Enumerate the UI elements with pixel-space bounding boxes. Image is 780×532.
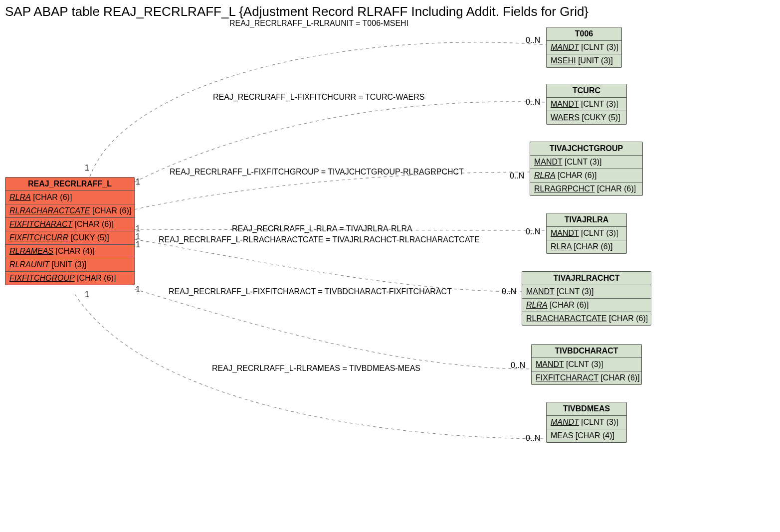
edge-label: REAJ_RECRLRAFF_L-RLRACHARACTCATE = TIVAJ… xyxy=(159,235,480,244)
edge-label: REAJ_RECRLRAFF_L-FIXFITCHGROUP = TIVAJCH… xyxy=(170,168,464,177)
edge-label: REAJ_RECRLRAFF_L-RLRAUNIT = T006-MSEHI xyxy=(229,19,408,28)
entity-field: FIXFITCHGROUP [CHAR (6)] xyxy=(5,272,134,285)
entity-field: RLRACHARACTCATE [CHAR (6)] xyxy=(5,204,134,218)
entity-tivajrlra: TIVAJRLRA MANDT [CLNT (3)] RLRA [CHAR (6… xyxy=(546,213,627,254)
entity-field: RLRAUNIT [UNIT (3)] xyxy=(5,258,134,272)
entity-field: MEAS [CHAR (4)] xyxy=(547,429,626,442)
entity-field: MANDT [CLNT (3)] xyxy=(547,227,626,240)
entity-header: TIVBDMEAS xyxy=(547,402,626,416)
cardinality-left: 1 xyxy=(136,177,140,186)
entity-main: REAJ_RECRLRAFF_L RLRA [CHAR (6)] RLRACHA… xyxy=(5,177,135,285)
entity-field: MANDT [CLNT (3)] xyxy=(522,285,651,299)
entity-tivajrlrachct: TIVAJRLRACHCT MANDT [CLNT (3)] RLRA [CHA… xyxy=(522,271,651,326)
entity-field: MANDT [CLNT (3)] xyxy=(532,358,641,371)
entity-field: MANDT [CLNT (3)] xyxy=(547,416,626,429)
cardinality-right: 0..N xyxy=(510,172,524,180)
cardinality-right: 0..N xyxy=(526,98,540,107)
entity-header: TIVAJRLRA xyxy=(547,213,626,227)
edge-label: REAJ_RECRLRAFF_L-RLRA = TIVAJRLRA-RLRA xyxy=(232,224,412,233)
entity-t006: T006 MANDT [CLNT (3)] MSEHI [UNIT (3)] xyxy=(546,27,622,68)
cardinality-right: 0..N xyxy=(502,287,516,296)
entity-field: MANDT [CLNT (3)] xyxy=(547,41,621,54)
edge-label: REAJ_RECRLRAFF_L-RLRAMEAS = TIVBDMEAS-ME… xyxy=(212,364,420,373)
entity-tivbdmeas: TIVBDMEAS MANDT [CLNT (3)] MEAS [CHAR (4… xyxy=(546,402,627,443)
entity-field: FIXFITCHARACT [CHAR (6)] xyxy=(532,371,641,384)
edge-label: REAJ_RECRLRAFF_L-FIXFITCHARACT = TIVBDCH… xyxy=(169,287,452,296)
entity-header: TCURC xyxy=(547,84,626,98)
entity-field: RLRACHARACTCATE [CHAR (6)] xyxy=(522,312,651,325)
cardinality-left: 1 xyxy=(136,240,140,249)
entity-field: RLRA [CHAR (6)] xyxy=(530,169,642,182)
entity-field: MANDT [CLNT (3)] xyxy=(530,156,642,169)
entity-header: TIVAJRLRACHCT xyxy=(522,272,651,285)
entity-tivbdcharact: TIVBDCHARACT MANDT [CLNT (3)] FIXFITCHAR… xyxy=(531,344,642,385)
entity-header: T006 xyxy=(547,27,621,41)
entity-field: FIXFITCHARACT [CHAR (6)] xyxy=(5,218,134,231)
cardinality-left: 1 xyxy=(85,164,89,173)
entity-field: RLRA [CHAR (6)] xyxy=(547,240,626,253)
entity-field: RLRA [CHAR (6)] xyxy=(522,299,651,312)
entity-field: MANDT [CLNT (3)] xyxy=(547,98,626,111)
entity-main-header: REAJ_RECRLRAFF_L xyxy=(5,177,134,191)
cardinality-right: 0..N xyxy=(526,36,540,45)
entity-field: RLRAMEAS [CHAR (4)] xyxy=(5,245,134,258)
page-title: SAP ABAP table REAJ_RECRLRAFF_L {Adjustm… xyxy=(5,4,588,19)
entity-tcurc: TCURC MANDT [CLNT (3)] WAERS [CUKY (5)] xyxy=(546,84,627,125)
cardinality-right: 0..N xyxy=(526,227,540,236)
cardinality-left: 1 xyxy=(136,285,140,294)
cardinality-right: 0..N xyxy=(526,434,540,443)
cardinality-left: 1 xyxy=(85,290,89,299)
diagram-canvas: SAP ABAP table REAJ_RECRLRAFF_L {Adjustm… xyxy=(0,0,780,532)
entity-field: RLRA [CHAR (6)] xyxy=(5,191,134,204)
entity-header: TIVBDCHARACT xyxy=(532,345,641,358)
entity-tivajchctgroup: TIVAJCHCTGROUP MANDT [CLNT (3)] RLRA [CH… xyxy=(530,142,643,196)
cardinality-right: 0..N xyxy=(511,361,525,370)
entity-field: WAERS [CUKY (5)] xyxy=(547,111,626,124)
entity-field: FIXFITCHCURR [CUKY (5)] xyxy=(5,231,134,245)
entity-field: MSEHI [UNIT (3)] xyxy=(547,54,621,67)
edge-label: REAJ_RECRLRAFF_L-FIXFITCHCURR = TCURC-WA… xyxy=(213,93,424,102)
entity-header: TIVAJCHCTGROUP xyxy=(530,142,642,156)
entity-field: RLRAGRPCHCT [CHAR (6)] xyxy=(530,182,642,195)
